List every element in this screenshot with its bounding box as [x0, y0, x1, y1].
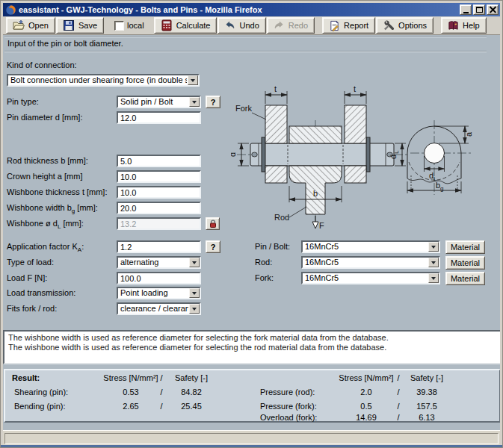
fork-material-button[interactable]: Material	[445, 272, 485, 285]
pin-bolt-material-select[interactable]: 16MnCr5	[301, 240, 440, 253]
pin-body	[250, 143, 394, 166]
window-bottom-edge	[1, 445, 502, 447]
save-floppy-icon	[63, 19, 75, 31]
local-checkbox[interactable]	[114, 21, 124, 31]
crown-height-label: Crown height a [mm]	[7, 170, 82, 183]
undo-button[interactable]: Undo	[217, 17, 265, 34]
result-safety: 84.82	[181, 388, 202, 396]
titlebar: eassistant - GWJ-Technology - Bolts and …	[3, 3, 500, 16]
report-button[interactable]: Report	[322, 17, 375, 34]
open-label: Open	[28, 21, 49, 30]
dim-b: b	[313, 189, 318, 198]
result-safety: 25.45	[181, 402, 202, 411]
type-of-load-label: Type of load:	[7, 256, 54, 269]
divider-slash: /	[397, 402, 399, 411]
washer-right	[366, 137, 370, 172]
load-transmission-label: Load transmission:	[7, 287, 75, 299]
report-document-icon	[329, 20, 340, 31]
result-stress: 0.53	[123, 388, 138, 396]
save-button[interactable]: Save	[56, 17, 104, 34]
dropdown-arrow-icon	[189, 97, 200, 107]
result-safety: 157.5	[416, 402, 437, 411]
calculate-button[interactable]: Calculate	[154, 17, 217, 34]
fork-material-select[interactable]: 16MnCr5	[301, 272, 440, 284]
dropdown-arrow-icon	[189, 288, 200, 298]
close-button[interactable]	[487, 4, 499, 15]
safety-header-right: Safety [-]	[410, 373, 443, 382]
dim-bg-sub: g	[440, 185, 443, 192]
load-label: Load F [N]:	[7, 272, 47, 284]
result-stress: 2.0	[360, 388, 371, 396]
result-stress: 0.5	[360, 402, 371, 411]
results-panel: Result: Stress [N/mm²] / Safety [-] Stre…	[4, 369, 500, 423]
load-input[interactable]	[117, 272, 201, 284]
lock-icon	[209, 220, 217, 228]
calculate-label: Calculate	[176, 21, 211, 30]
result-safety: 6.13	[419, 413, 434, 422]
maximize-button[interactable]	[473, 4, 485, 15]
open-button[interactable]: Open	[6, 17, 55, 34]
message-line: The wishbone width is used as reference …	[8, 333, 496, 343]
rod-material-button[interactable]: Material	[445, 256, 485, 270]
question-mark-icon: ?	[211, 243, 216, 252]
message-box: The wishbone width is used as reference …	[3, 330, 500, 364]
options-button[interactable]: Options	[376, 17, 433, 34]
bolt-connection-diagram: t t Fork d d L b Rod	[231, 81, 500, 231]
result-row-label: Shearing (pin):	[14, 388, 68, 396]
dim-d: d	[231, 152, 237, 157]
undo-label: Undo	[239, 21, 259, 30]
pin-type-help-button[interactable]: ?	[206, 96, 220, 108]
type-of-load-select[interactable]: alternating	[117, 256, 201, 269]
redo-button[interactable]: Redo	[267, 17, 315, 34]
divider-slash: /	[397, 373, 399, 382]
wishbone-thickness-input[interactable]	[117, 186, 201, 199]
stress-header-right: Stress [N/mm²]	[339, 373, 393, 382]
result-safety: 39.38	[416, 388, 437, 396]
dim-dl-sub: L	[393, 150, 400, 154]
dropdown-arrow-icon	[428, 242, 439, 252]
crown-height-input[interactable]	[117, 170, 201, 183]
type-of-load-value: alternating	[120, 258, 188, 267]
application-factor-help-button[interactable]: ?	[206, 240, 220, 253]
rod-thickness-input[interactable]	[117, 155, 201, 167]
help-button[interactable]: Help	[441, 17, 487, 34]
result-row-label: Pressure (rod):	[260, 388, 315, 396]
dropdown-arrow-icon	[428, 273, 439, 283]
fork-arm-top-left	[265, 105, 287, 143]
wishbone-diameter-input	[117, 217, 201, 230]
fits-fork-rod-label: Fits fork / rod:	[7, 302, 57, 315]
fits-fork-rod-value: clearance / clearanc	[120, 304, 188, 314]
local-checkbox-group: local	[114, 21, 144, 31]
help-book-icon	[448, 20, 459, 31]
fork-material-value: 16MnCr5	[305, 273, 428, 283]
wishbone-width-input[interactable]	[117, 202, 201, 214]
result-row-label: Overload (fork):	[260, 413, 317, 422]
result-stress: 14.69	[356, 413, 377, 422]
rod-material-label: Rod:	[255, 256, 272, 269]
dropdown-arrow-icon	[189, 258, 200, 267]
fork-material-label: Fork:	[255, 272, 274, 284]
wishbone-diameter-lock-button[interactable]	[206, 217, 220, 230]
save-label: Save	[78, 21, 97, 30]
dim-f: F	[319, 221, 324, 230]
result-row-label: Pressure (fork):	[260, 402, 317, 411]
pin-diameter-input[interactable]	[117, 111, 201, 124]
open-folder-icon	[13, 19, 25, 31]
divider-slash: /	[160, 388, 162, 396]
application-factor-input[interactable]	[117, 240, 201, 253]
kind-of-connection-select[interactable]: Bolt connection under shearing force (in…	[7, 74, 200, 87]
rod-top	[289, 126, 342, 143]
redo-arrow-icon	[274, 20, 285, 31]
pin-type-select[interactable]: Solid pin / Bolt	[117, 96, 201, 108]
load-transmission-select[interactable]: Point loading	[117, 287, 201, 299]
dropdown-arrow-icon	[189, 304, 200, 314]
fits-fork-rod-select[interactable]: clearance / clearanc	[117, 302, 201, 315]
local-label: local	[127, 21, 144, 30]
minimize-button[interactable]	[460, 4, 472, 15]
options-label: Options	[398, 21, 427, 30]
pin-diameter-label: Pin diameter d [mm]:	[7, 111, 82, 124]
divider-slash: /	[160, 373, 162, 382]
wishbone-width-label: Wishbone width bg [mm]:	[7, 202, 98, 214]
pin-bolt-material-button[interactable]: Material	[445, 240, 485, 254]
rod-material-select[interactable]: 16MnCr5	[301, 256, 440, 269]
